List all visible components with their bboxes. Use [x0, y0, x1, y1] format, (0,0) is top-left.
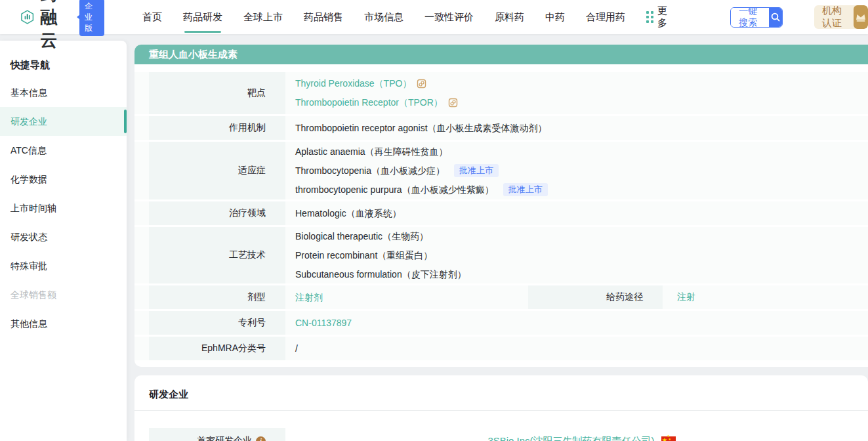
- info-icon[interactable]: i: [256, 436, 266, 441]
- nav-item-drug-rd[interactable]: 药品研发: [183, 0, 222, 34]
- china-flag-icon: ★★★: [661, 436, 676, 441]
- nav-item-market-info[interactable]: 市场信息: [364, 0, 403, 34]
- dosage-form-label: 剂型: [149, 285, 285, 309]
- main-nav: 首页 药品研发 全球上市 药品销售 市场信息 一致性评价 原料药 中药 合理用药: [142, 0, 625, 34]
- logo[interactable]: 药融云 企业版: [20, 0, 104, 52]
- patent-link[interactable]: CN-01137897: [295, 314, 352, 333]
- technology-label: 工艺技术: [149, 227, 285, 284]
- table-row-dosage-route: 剂型 注射剂 给药途径 注射: [134, 285, 868, 309]
- more-label: 更多: [657, 5, 667, 30]
- first-company-label: 首家研发企业: [197, 435, 252, 441]
- table-row-target: 靶点 Thyroid Peroxidase（TPO） Thrombopoieti…: [134, 72, 868, 114]
- external-link-icon[interactable]: [448, 98, 458, 108]
- mechanism-label: 作用机制: [149, 116, 285, 140]
- sidebar-item-basic-info[interactable]: 基本信息: [0, 78, 127, 107]
- logo-hexagon-icon: [20, 5, 35, 30]
- org-certification-label: 机构认证: [814, 5, 854, 29]
- external-link-icon[interactable]: [417, 79, 426, 89]
- drug-title-bar: 重组人血小板生成素: [134, 45, 868, 64]
- more-menu[interactable]: 更多: [646, 5, 667, 30]
- mechanism-value: Thrombopoietin receptor agonist（血小板生成素受体…: [295, 119, 868, 138]
- sidebar-item-rd-status[interactable]: 研发状态: [0, 222, 127, 251]
- target-link-tpo[interactable]: Thyroid Peroxidase（TPO）: [295, 74, 411, 93]
- approved-badge[interactable]: 批准上市: [454, 164, 499, 177]
- ephmra-value: /: [295, 339, 868, 358]
- logo-text: 药融云: [40, 0, 73, 52]
- table-row-technology: 工艺技术 Biological therapeutic（生物药） Protein…: [134, 227, 868, 284]
- sidebar-item-other-info[interactable]: 其他信息: [0, 309, 127, 338]
- nav-item-drug-sales[interactable]: 药品销售: [304, 0, 343, 34]
- target-label: 靶点: [149, 72, 285, 114]
- rd-companies-card: 研发企业 首家研发企业 i 3SBio Inc(沈阳三生制药有限责任公司) ★★…: [134, 375, 868, 441]
- therapy-area-label: 治疗领域: [149, 201, 285, 225]
- technology-item: Protein recombinant（重组蛋白）: [295, 246, 868, 265]
- target-link-tpor[interactable]: Thrombopoietin Receptor（TPOR）: [295, 93, 443, 112]
- org-certification[interactable]: 机构认证: [814, 5, 868, 29]
- nav-item-consistency-eval[interactable]: 一致性评价: [424, 0, 474, 34]
- top-navbar: 药融云 企业版 首页 药品研发 全球上市 药品销售 市场信息 一致性评价 原料药…: [0, 0, 868, 34]
- drug-info-table: 靶点 Thyroid Peroxidase（TPO） Thrombopoieti…: [134, 72, 868, 360]
- first-company-row: 首家研发企业 i 3SBio Inc(沈阳三生制药有限责任公司) ★★★: [134, 428, 868, 441]
- sidebar-item-chemical-data[interactable]: 化学数据: [0, 165, 127, 194]
- nav-item-global-launch[interactable]: 全球上市: [243, 0, 283, 34]
- sidebar-item-launch-timeline[interactable]: 上市时间轴: [0, 194, 127, 222]
- route-label: 给药途径: [528, 285, 663, 309]
- patent-label: 专利号: [149, 311, 285, 335]
- indications-label: 适应症: [149, 142, 285, 200]
- search-button[interactable]: [769, 8, 782, 27]
- indication-text: thrombocytopenic purpura（血小板减少性紫癜）: [295, 180, 494, 200]
- quick-search-label: 一键搜索: [731, 8, 769, 27]
- ephmra-label: EphMRA分类号: [149, 337, 285, 360]
- sidebar-item-atc-info[interactable]: ATC信息: [0, 136, 127, 165]
- technology-item: Biological therapeutic（生物药）: [295, 227, 868, 246]
- table-row-ephmra: EphMRA分类号 /: [134, 337, 868, 360]
- route-link[interactable]: 注射: [677, 291, 695, 303]
- nav-item-tcm[interactable]: 中药: [545, 0, 565, 34]
- sidebar-item-special-approval[interactable]: 特殊审批: [0, 251, 127, 280]
- edition-badge: 企业版: [79, 0, 104, 36]
- indication-text: Thrombocytopenia（血小板减少症）: [295, 161, 445, 180]
- crown-icon: [854, 5, 868, 29]
- approved-badge[interactable]: 批准上市: [503, 183, 548, 196]
- indication-text: Aplastic anaemia（再生障碍性贫血）: [295, 142, 448, 161]
- dots-grid-icon: [646, 11, 653, 23]
- dosage-form-link[interactable]: 注射剂: [295, 288, 323, 307]
- quick-nav-sidebar: 快捷导航 基本信息 研发企业 ATC信息 化学数据 上市时间轴 研发状态 特殊审…: [0, 41, 127, 441]
- table-row-mechanism: 作用机制 Thrombopoietin receptor agonist（血小板…: [134, 116, 868, 140]
- nav-item-api[interactable]: 原料药: [495, 0, 524, 34]
- rd-companies-title: 研发企业: [134, 375, 868, 411]
- table-row-indications: 适应症 Aplastic anaemia（再生障碍性贫血） Thrombocyt…: [134, 142, 868, 200]
- table-row-therapy-area: 治疗领域 Hematologic（血液系统）: [134, 201, 868, 225]
- first-company-link[interactable]: 3SBio Inc(沈阳三生制药有限责任公司): [487, 435, 654, 441]
- therapy-area-value: Hematologic（血液系统）: [295, 204, 868, 223]
- first-company-label-cell: 首家研发企业 i: [149, 428, 285, 441]
- table-row-patent: 专利号 CN-01137897: [134, 311, 868, 335]
- search-icon: [770, 12, 781, 22]
- nav-item-rational-use[interactable]: 合理用药: [586, 0, 625, 34]
- quick-search[interactable]: 一键搜索: [730, 7, 783, 28]
- technology-item: Subcutaneous formulation（皮下注射剂）: [295, 265, 868, 284]
- drug-detail-card: 重组人血小板生成素 靶点 Thyroid Peroxidase（TPO）: [134, 45, 868, 367]
- sidebar-item-global-sales: 全球销售额: [0, 280, 127, 309]
- nav-item-home[interactable]: 首页: [142, 0, 162, 34]
- sidebar-item-rd-companies[interactable]: 研发企业: [0, 107, 127, 136]
